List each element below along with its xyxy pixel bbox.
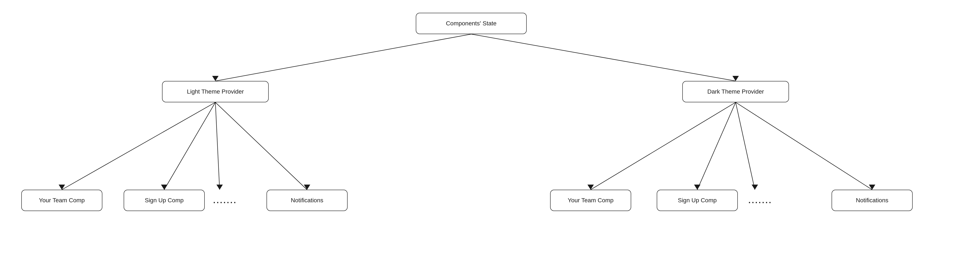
connector-lines: [0, 0, 980, 269]
diagram-container: Components' State Light Theme Provider D…: [0, 0, 980, 269]
svg-line-10: [215, 102, 307, 190]
svg-marker-7: [161, 185, 167, 190]
svg-marker-11: [304, 185, 310, 190]
light-signup-comp-node: Sign Up Comp: [124, 190, 205, 211]
dark-theme-provider-node: Dark Theme Provider: [682, 81, 789, 102]
light-notifications-node: Notifications: [267, 190, 348, 211]
svg-line-0: [215, 34, 471, 81]
svg-line-14: [697, 102, 736, 190]
svg-line-12: [591, 102, 736, 190]
svg-marker-13: [587, 185, 594, 190]
light-ellipsis: .......: [213, 196, 237, 205]
svg-marker-17: [752, 185, 758, 190]
svg-line-4: [62, 102, 215, 190]
svg-marker-5: [59, 185, 65, 190]
dark-team-comp-node: Your Team Comp: [550, 190, 631, 211]
dark-notifications-node: Notifications: [832, 190, 913, 211]
svg-line-8: [215, 102, 220, 190]
root-node: Components' State: [416, 13, 527, 34]
svg-line-18: [736, 102, 872, 190]
svg-line-6: [164, 102, 215, 190]
light-theme-provider-node: Light Theme Provider: [162, 81, 269, 102]
svg-marker-9: [216, 185, 223, 190]
svg-line-1: [471, 34, 736, 81]
svg-line-16: [736, 102, 755, 190]
svg-marker-15: [694, 185, 700, 190]
svg-marker-3: [732, 76, 739, 81]
svg-marker-19: [869, 185, 875, 190]
dark-signup-comp-node: Sign Up Comp: [657, 190, 738, 211]
dark-ellipsis: .......: [748, 196, 772, 205]
svg-marker-2: [212, 76, 218, 81]
light-team-comp-node: Your Team Comp: [21, 190, 102, 211]
